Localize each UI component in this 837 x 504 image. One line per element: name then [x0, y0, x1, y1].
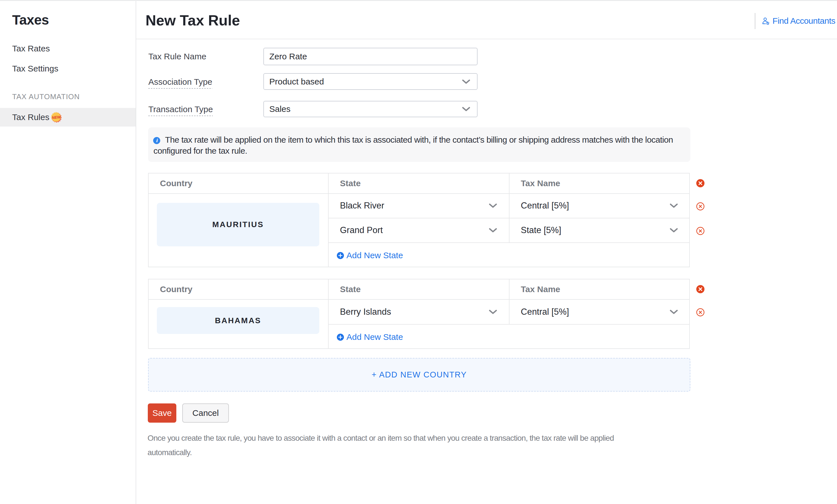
- transaction-type-label: Transaction Type: [148, 101, 213, 117]
- window-top-strip: [0, 0, 837, 1]
- save-button[interactable]: Save: [148, 403, 176, 422]
- column-header-tax-name: Tax Name: [521, 174, 560, 193]
- add-new-state-button[interactable]: Add New State: [337, 326, 403, 348]
- state-select[interactable]: Grand Port: [328, 218, 509, 242]
- delete-state-row-button[interactable]: [696, 202, 705, 211]
- column-header-country: Country: [160, 174, 193, 193]
- info-note-line2: configured for the tax rule.: [154, 145, 247, 156]
- table-divider: [328, 324, 689, 325]
- country-chip: BAHAMAS: [157, 307, 319, 334]
- footer-note: Once you create the tax rule, you have t…: [147, 431, 614, 460]
- sidebar-item-tax-rules[interactable]: Tax Rules NEW: [0, 108, 136, 127]
- association-type-label: Association Type: [148, 73, 212, 90]
- cancel-button[interactable]: Cancel: [182, 403, 229, 422]
- sidebar-item-label: Tax Rules: [12, 112, 50, 122]
- sidebar: Taxes Tax Rates Tax Settings TAX AUTOMAT…: [0, 1, 136, 504]
- state-value: Grand Port: [328, 225, 383, 235]
- column-header-country: Country: [160, 280, 193, 299]
- chevron-down-icon: [489, 228, 497, 233]
- add-new-state-button[interactable]: Add New State: [337, 244, 403, 267]
- delete-state-row-button[interactable]: [696, 308, 705, 317]
- footer-note-line2: automatically.: [147, 445, 614, 460]
- chevron-down-icon: [489, 310, 497, 314]
- state-value: Berry Islands: [328, 307, 391, 317]
- accountant-person-icon: [762, 16, 770, 25]
- add-new-country-button[interactable]: + ADD NEW COUNTRY: [148, 358, 690, 392]
- state-select[interactable]: Black River: [328, 194, 509, 218]
- country-table-mauritius: Country State Tax Name MAURITIUS Black R…: [148, 173, 690, 267]
- page: Taxes Tax Rates Tax Settings TAX AUTOMAT…: [0, 0, 837, 504]
- sidebar-item-tax-settings[interactable]: Tax Settings: [0, 60, 136, 77]
- footer-note-line1: Once you create the tax rule, you have t…: [147, 431, 614, 445]
- chevron-down-icon: [462, 107, 470, 111]
- country-table-bahamas: Country State Tax Name BAHAMAS Berry Isl…: [148, 279, 690, 349]
- tax-rule-name-input[interactable]: [263, 48, 478, 65]
- info-note-line1: The tax rate will be applied on the item…: [165, 134, 673, 145]
- chevron-down-icon: [489, 203, 497, 208]
- tax-name-value: State [5%]: [510, 225, 561, 235]
- state-select[interactable]: Berry Islands: [328, 300, 509, 324]
- find-accountants[interactable]: Find Accountants: [755, 13, 835, 30]
- new-badge-text: NEW: [51, 115, 61, 120]
- plus-circle-icon: [337, 334, 344, 341]
- sidebar-section-tax-automation: TAX AUTOMATION: [0, 88, 136, 105]
- association-type-select[interactable]: Product based: [263, 73, 478, 90]
- sidebar-item-label: Tax Rates: [12, 44, 50, 53]
- sidebar-item-tax-rates[interactable]: Tax Rates: [0, 40, 136, 57]
- delete-country-button[interactable]: [696, 285, 705, 293]
- tax-name-select[interactable]: Central [5%]: [510, 194, 689, 218]
- sidebar-title: Taxes: [12, 12, 49, 28]
- transaction-type-select[interactable]: Sales: [263, 101, 478, 117]
- chevron-down-icon: [670, 203, 678, 208]
- info-note: i The tax rate will be applied on the it…: [148, 127, 690, 162]
- column-header-state: State: [340, 174, 360, 193]
- delete-state-row-button[interactable]: [696, 227, 705, 235]
- delete-country-button[interactable]: [696, 179, 705, 187]
- chevron-down-icon: [462, 79, 470, 84]
- transaction-type-value: Sales: [269, 104, 290, 114]
- tax-rule-name-label: Tax Rule Name: [148, 48, 206, 65]
- new-badge-icon: NEW: [51, 112, 62, 123]
- find-accountants-label: Find Accountants: [772, 16, 835, 26]
- tax-name-select[interactable]: Central [5%]: [510, 300, 689, 324]
- column-header-state: State: [340, 280, 360, 299]
- tax-name-value: Central [5%]: [510, 307, 569, 317]
- country-chip: MAURITIUS: [157, 203, 319, 246]
- page-title: New Tax Rule: [145, 12, 240, 29]
- header-border: [136, 39, 837, 39]
- sidebar-item-label: Tax Settings: [12, 64, 58, 73]
- column-header-tax-name: Tax Name: [521, 280, 560, 299]
- plus-circle-icon: [337, 252, 344, 259]
- add-new-state-label: Add New State: [346, 251, 403, 260]
- tax-name-select[interactable]: State [5%]: [510, 218, 689, 242]
- tax-name-value: Central [5%]: [510, 201, 569, 211]
- association-type-value: Product based: [269, 77, 324, 87]
- state-value: Black River: [328, 201, 384, 211]
- table-divider: [328, 242, 689, 243]
- add-new-state-label: Add New State: [346, 332, 403, 342]
- chevron-down-icon: [670, 310, 678, 314]
- header-divider: [755, 13, 755, 29]
- info-icon: i: [153, 137, 160, 144]
- chevron-down-icon: [670, 228, 678, 233]
